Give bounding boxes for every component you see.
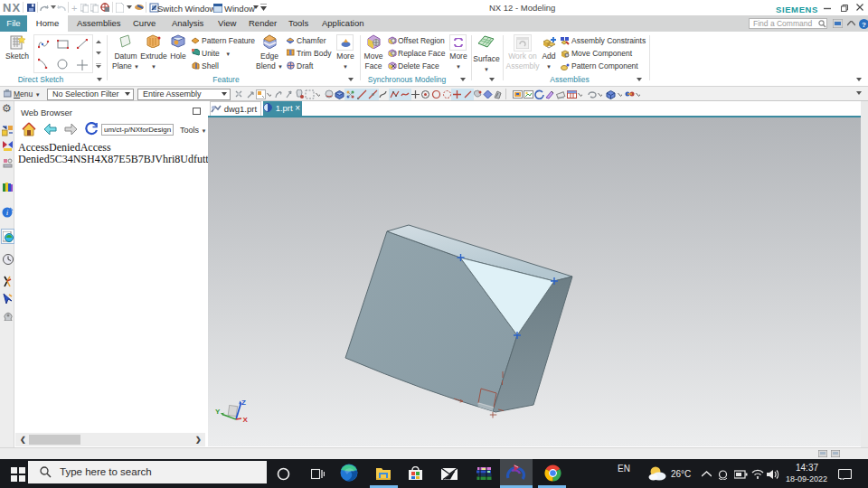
svg-text:?: ?	[862, 21, 866, 29]
svg-text:X: X	[243, 416, 249, 424]
svg-text:Y: Y	[215, 408, 221, 416]
svg-text:Z: Z	[241, 399, 246, 407]
